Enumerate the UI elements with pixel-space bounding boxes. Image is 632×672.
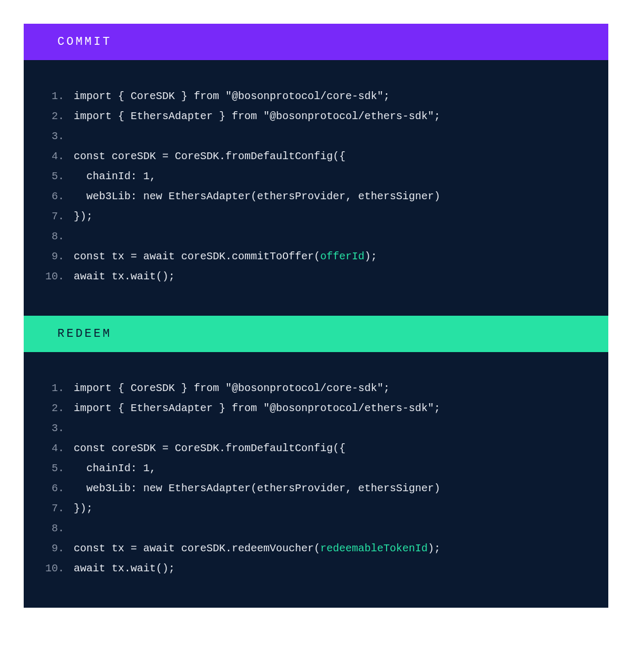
highlighted-token: redeemableTokenId [320, 542, 428, 554]
code-area-commit: 1.import { CoreSDK } from "@bosonprotoco… [24, 60, 608, 316]
code-line: 5. chainId: 1, [39, 167, 592, 187]
block-header-redeem: REDEEM [24, 316, 608, 352]
code-text: web3Lib: new EthersAdapter(ethersProvide… [74, 479, 440, 499]
line-number: 1. [39, 86, 74, 106]
code-line: 4.const coreSDK = CoreSDK.fromDefaultCon… [39, 439, 592, 459]
line-number: 6. [39, 187, 74, 207]
code-line: 1.import { CoreSDK } from "@bosonprotoco… [39, 378, 592, 398]
code-text: await tx.wait(); [74, 267, 175, 287]
code-line: 8. [39, 227, 592, 247]
code-line: 7.}); [39, 499, 592, 519]
code-line: 1.import { CoreSDK } from "@bosonprotoco… [39, 86, 592, 106]
code-line: 9.const tx = await coreSDK.commitToOffer… [39, 247, 592, 267]
block-header-commit: COMMIT [24, 24, 608, 60]
code-line: 9.const tx = await coreSDK.redeemVoucher… [39, 539, 592, 559]
code-line: 6. web3Lib: new EthersAdapter(ethersProv… [39, 187, 592, 207]
line-number: 10. [39, 267, 74, 287]
code-block-redeem: REDEEM1.import { CoreSDK } from "@bosonp… [24, 316, 608, 608]
code-text: const coreSDK = CoreSDK.fromDefaultConfi… [74, 147, 345, 167]
line-number: 3. [39, 418, 74, 439]
code-text: chainId: 1, [74, 167, 156, 187]
code-line: 10.await tx.wait(); [39, 559, 592, 579]
line-number: 8. [39, 227, 74, 247]
line-number: 7. [39, 499, 74, 519]
code-text: import { CoreSDK } from "@bosonprotocol/… [74, 378, 390, 398]
code-text: chainId: 1, [74, 459, 156, 479]
code-text: import { EthersAdapter } from "@bosonpro… [74, 106, 440, 126]
code-text: import { CoreSDK } from "@bosonprotocol/… [74, 86, 390, 106]
code-text: }); [74, 499, 93, 519]
code-block-commit: COMMIT1.import { CoreSDK } from "@bosonp… [24, 24, 608, 316]
line-number: 5. [39, 459, 74, 479]
line-number: 3. [39, 126, 74, 147]
code-line: 10.await tx.wait(); [39, 267, 592, 287]
line-number: 5. [39, 167, 74, 187]
line-number: 9. [39, 247, 74, 267]
code-line: 2.import { EthersAdapter } from "@bosonp… [39, 398, 592, 418]
code-line: 8. [39, 519, 592, 539]
line-number: 8. [39, 519, 74, 539]
code-text: const tx = await coreSDK.redeemVoucher(r… [74, 539, 440, 559]
code-text: await tx.wait(); [74, 559, 175, 579]
code-line: 3. [39, 126, 592, 147]
code-line: 7.}); [39, 207, 592, 227]
line-number: 2. [39, 106, 74, 126]
code-line: 6. web3Lib: new EthersAdapter(ethersProv… [39, 479, 592, 499]
code-area-redeem: 1.import { CoreSDK } from "@bosonprotoco… [24, 352, 608, 608]
code-text: const tx = await coreSDK.commitToOffer(o… [74, 247, 377, 267]
line-number: 4. [39, 439, 74, 459]
code-text: }); [74, 207, 93, 227]
code-text: web3Lib: new EthersAdapter(ethersProvide… [74, 187, 440, 207]
code-line: 4.const coreSDK = CoreSDK.fromDefaultCon… [39, 147, 592, 167]
line-number: 9. [39, 539, 74, 559]
line-number: 2. [39, 398, 74, 418]
code-text: import { EthersAdapter } from "@bosonpro… [74, 398, 440, 418]
line-number: 4. [39, 147, 74, 167]
code-line: 5. chainId: 1, [39, 459, 592, 479]
line-number: 1. [39, 378, 74, 398]
line-number: 6. [39, 479, 74, 499]
code-line: 2.import { EthersAdapter } from "@bosonp… [39, 106, 592, 126]
code-line: 3. [39, 418, 592, 439]
line-number: 7. [39, 207, 74, 227]
code-text: const coreSDK = CoreSDK.fromDefaultConfi… [74, 439, 345, 459]
highlighted-token: offerId [320, 250, 364, 262]
line-number: 10. [39, 559, 74, 579]
